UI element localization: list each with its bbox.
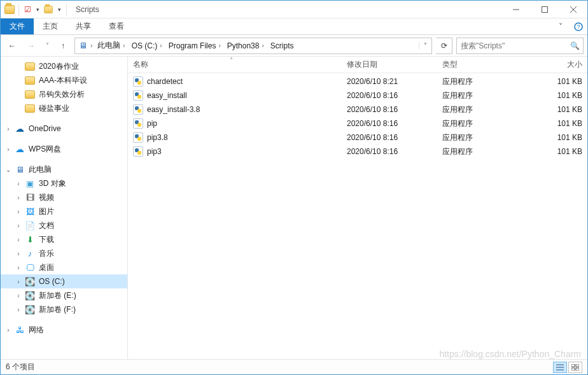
col-size[interactable]: 大小: [525, 59, 582, 70]
svg-rect-10: [576, 364, 579, 367]
back-button[interactable]: ←: [4, 38, 20, 53]
svg-rect-9: [571, 364, 575, 367]
navigation-pane[interactable]: 2020春作业AAA-本科毕设吊钩失效分析碰盐事业›☁OneDrive›☁WPS…: [1, 57, 128, 359]
file-name: easy_install: [147, 91, 187, 100]
expand-icon[interactable]: ›: [15, 194, 22, 201]
expand-icon[interactable]: ›: [15, 278, 22, 285]
new-folder-icon[interactable]: [44, 6, 53, 13]
expand-icon[interactable]: ›: [4, 146, 12, 153]
maximize-button[interactable]: [530, 1, 559, 18]
pc-child-item[interactable]: ›💽OS (C:): [1, 274, 127, 288]
tree-label: AAA-本科毕设: [38, 75, 87, 86]
recent-dropdown[interactable]: ˅: [43, 38, 52, 53]
search-input[interactable]: [457, 41, 566, 50]
help-icon[interactable]: ?: [570, 18, 587, 34]
tab-file[interactable]: 文件: [1, 18, 34, 34]
downloads-icon: ⬇: [25, 234, 35, 244]
file-size: 101 KB: [525, 147, 582, 156]
pc-child-item[interactable]: ›🖼图片: [1, 204, 127, 218]
address-bar[interactable]: 🖥› 此电脑› OS (C:)› Program Files› Python38…: [74, 38, 432, 54]
pc-child-item[interactable]: ›🎞视频: [1, 190, 127, 204]
breadcrumb-seg[interactable]: Scripts: [267, 38, 297, 53]
file-type: 应用程序: [442, 104, 525, 115]
desktop-icon: 🖵: [25, 262, 35, 272]
close-button[interactable]: [559, 1, 587, 18]
ribbon-collapse-icon[interactable]: ˅: [552, 18, 570, 34]
file-row[interactable]: chardetect2020/6/10 8:21应用程序101 KB: [128, 74, 587, 88]
quick-access-item[interactable]: AAA-本科毕设: [1, 73, 127, 87]
expand-icon[interactable]: ›: [15, 236, 22, 243]
expand-icon[interactable]: ›: [4, 327, 12, 334]
col-date[interactable]: 修改日期: [347, 59, 442, 70]
file-row[interactable]: easy_install-3.82020/6/10 8:16应用程序101 KB: [128, 103, 587, 117]
expand-icon[interactable]: ›: [15, 292, 22, 299]
file-row[interactable]: pip3.82020/6/10 8:16应用程序101 KB: [128, 131, 587, 145]
pc-child-item[interactable]: ›🖵桌面: [1, 260, 127, 274]
expand-icon[interactable]: ›: [15, 306, 22, 313]
network-item[interactable]: ›🖧网络: [1, 323, 127, 337]
quick-access-item[interactable]: 2020春作业: [1, 59, 127, 73]
properties-icon[interactable]: ☑: [23, 5, 32, 14]
file-row[interactable]: pip2020/6/10 8:16应用程序101 KB: [128, 117, 587, 131]
file-date: 2020/6/10 8:16: [347, 91, 442, 100]
tab-view[interactable]: 查看: [100, 18, 133, 34]
network-icon: 🖧: [15, 325, 25, 335]
file-list[interactable]: chardetect2020/6/10 8:21应用程序101 KBeasy_i…: [128, 73, 587, 359]
pc-child-item[interactable]: ›💽新加卷 (F:): [1, 302, 127, 316]
refresh-button[interactable]: ⟳: [436, 38, 452, 54]
search-box[interactable]: 🔍: [456, 38, 584, 54]
pc-child-item[interactable]: ›💽新加卷 (E:): [1, 288, 127, 302]
file-row[interactable]: easy_install2020/6/10 8:16应用程序101 KB: [128, 88, 587, 103]
cloud-item[interactable]: ›☁OneDrive: [1, 122, 127, 136]
tab-share[interactable]: 共享: [67, 18, 100, 34]
tree-label: 网络: [27, 325, 44, 336]
file-type: 应用程序: [442, 90, 525, 101]
expand-icon[interactable]: ›: [15, 264, 22, 271]
pc-child-item[interactable]: ›📄文档: [1, 218, 127, 232]
svg-rect-1: [542, 6, 547, 12]
quick-access-item[interactable]: 碰盐事业: [1, 101, 127, 115]
col-type[interactable]: 类型: [442, 59, 525, 70]
tab-home[interactable]: 主页: [34, 18, 67, 34]
icons-view-button[interactable]: [568, 362, 582, 373]
address-history-dropdown[interactable]: ˅: [419, 42, 431, 49]
forward-button[interactable]: →: [24, 38, 39, 53]
pictures-icon: 🖼: [25, 206, 35, 216]
file-type: 应用程序: [442, 118, 525, 129]
cloud-item[interactable]: ›☁WPS网盘: [1, 142, 127, 156]
breadcrumb-seg[interactable]: 此电脑›: [94, 38, 127, 53]
breadcrumb-seg[interactable]: OS (C:)›: [128, 38, 165, 53]
tree-label: 文档: [38, 220, 54, 231]
up-button[interactable]: ↑: [55, 38, 71, 53]
sort-indicator-icon: ˄: [230, 57, 233, 64]
expand-icon[interactable]: ⌄: [4, 166, 12, 173]
address-root-icon[interactable]: 🖥›: [75, 38, 94, 53]
quick-access-toolbar: ☑ ▾ ▾: [1, 4, 72, 15]
file-row[interactable]: pip32020/6/10 8:16应用程序101 KB: [128, 145, 587, 159]
tree-label: 图片: [38, 206, 54, 217]
expand-icon[interactable]: ›: [4, 125, 12, 132]
file-size: 101 KB: [525, 133, 582, 142]
expand-icon[interactable]: ›: [15, 180, 22, 187]
pc-child-item[interactable]: ›♪音乐: [1, 246, 127, 260]
quick-access-item[interactable]: 吊钩失效分析: [1, 87, 127, 101]
this-pc[interactable]: ⌄🖥此电脑: [1, 162, 127, 176]
minimize-button[interactable]: [501, 1, 530, 18]
search-icon[interactable]: 🔍: [566, 41, 583, 50]
col-name[interactable]: 名称: [133, 59, 347, 70]
pc-child-item[interactable]: ›▣3D 对象: [1, 176, 127, 190]
folder-icon: [25, 104, 35, 113]
exe-icon: [133, 76, 143, 87]
svg-rect-11: [571, 368, 575, 371]
tree-label: 新加卷 (F:): [38, 304, 76, 315]
breadcrumb-seg[interactable]: Python38›: [223, 38, 267, 53]
expand-icon[interactable]: ›: [15, 208, 22, 215]
qat-dropdown-icon[interactable]: ▾: [34, 6, 41, 13]
expand-icon[interactable]: ›: [15, 250, 22, 257]
details-view-button[interactable]: [553, 362, 567, 373]
breadcrumb-seg[interactable]: Program Files›: [165, 38, 223, 53]
column-headers: 名称 修改日期 类型 大小 ˄: [128, 57, 587, 73]
pc-child-item[interactable]: ›⬇下载: [1, 232, 127, 246]
expand-icon[interactable]: ›: [15, 222, 22, 229]
qat-customize-icon[interactable]: ▾: [56, 6, 62, 13]
